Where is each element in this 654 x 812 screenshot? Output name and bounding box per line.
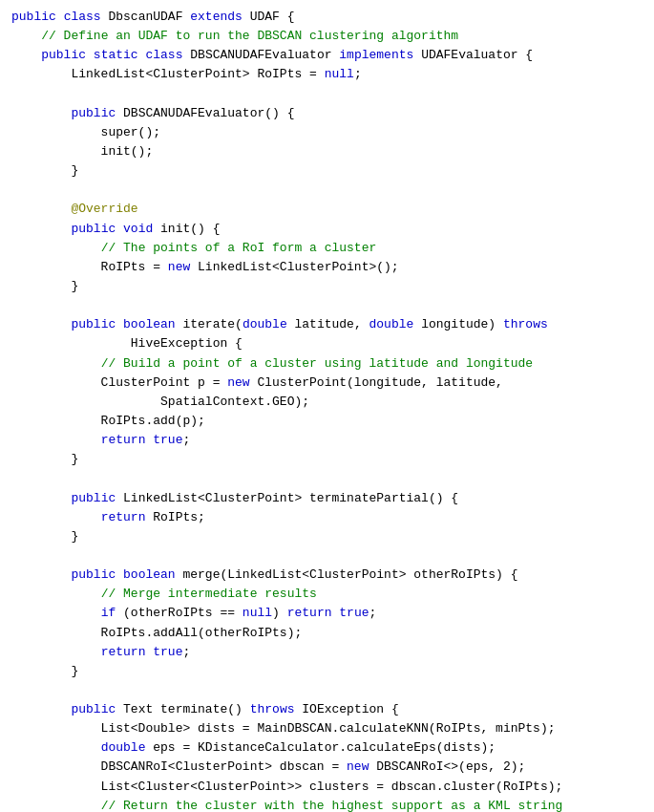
code-token: void [123,222,153,236]
code-token: true [339,606,369,620]
code-token: class [64,10,101,24]
code-line: LinkedList<ClusterPoint> RoIPts = null; [11,65,643,84]
code-token: true [153,433,182,447]
code-token [11,567,71,582]
code-token: LinkedList<ClusterPoint>(); [190,260,398,274]
code-token: RoIPts.add(p); [11,414,205,428]
code-token: @Override [11,202,138,216]
code-line: public DBSCANUDAFEvaluator() { [11,104,643,123]
code-token: return [101,510,146,524]
code-token: public [71,702,116,716]
code-line [11,296,643,315]
code-token: DbscanUDAF [101,10,191,24]
code-line: // Define an UDAF to run the DBSCAN clus… [11,27,643,46]
code-line: return true; [11,643,643,662]
code-token: if [101,606,116,620]
code-token [116,317,123,331]
code-token: ) [272,606,287,620]
code-token: LinkedList<ClusterPoint> terminatePartia… [116,491,458,505]
code-line: public LinkedList<ClusterPoint> terminat… [11,489,643,508]
code-token [11,222,71,236]
code-token: public [71,567,116,582]
code-line: @Override [11,200,643,219]
code-token [11,491,71,505]
code-line: } [11,662,643,681]
code-token: // Define an UDAF to run the DBSCAN clus… [41,29,458,43]
code-line: // Merge intermediate results [11,585,643,604]
code-token: null [325,67,354,81]
code-token: } [11,529,78,544]
code-token [11,587,101,601]
code-line: // The points of a RoI form a cluster [11,239,643,258]
code-token: ; [182,433,190,447]
code-token: double [369,317,414,331]
code-line: } [11,277,643,296]
code-line [11,546,643,566]
code-token: // Merge intermediate results [101,587,317,601]
code-token: ClusterPoint p = [11,375,227,390]
code-token: public [71,317,116,331]
code-line: // Build a point of a cluster using lati… [11,354,643,374]
code-line: public void init() { [11,220,643,239]
code-line: public boolean iterate(double latitude, … [11,315,643,334]
code-token: (otherRoIPts == [116,606,243,620]
code-line: } [11,161,643,181]
code-token: // Build a point of a cluster using lati… [101,356,533,371]
code-token: RoIPts.addAll(otherRoIPts); [11,626,302,640]
code-line: DBSCANRoI<ClusterPoint> dbscan = new DBS… [11,758,643,777]
code-token: DBSCANUDAFEvaluator [182,48,339,62]
code-token: LinkedList<ClusterPoint> RoIPts = [11,67,325,81]
code-token [116,222,123,236]
code-line: super(); [11,123,643,142]
code-token: HiveException { [11,336,243,351]
code-line: List<Cluster<ClusterPoint>> clusters = d… [11,778,643,797]
code-token [86,48,94,62]
code-token: implements [339,48,413,62]
code-line [11,85,643,104]
code-token: // The points of a RoI form a cluster [101,241,377,255]
code-line: return true; [11,431,643,450]
code-token: new [227,375,249,390]
code-token [56,10,64,24]
code-token: Text terminate() [116,702,249,716]
code-line: SpatialContext.GEO); [11,393,643,412]
code-line: RoIPts.add(p); [11,412,643,431]
code-line: public boolean merge(LinkedList<ClusterP… [11,566,643,585]
code-line [11,469,643,488]
code-token [11,241,101,255]
code-token: } [11,163,78,178]
code-token: throws [503,317,548,331]
code-token: List<Cluster<ClusterPoint>> clusters = d… [11,780,562,794]
code-token [11,29,41,43]
code-token: extends [190,10,243,24]
code-token: } [11,664,78,678]
code-token: } [11,452,78,466]
code-token: ; [369,606,377,620]
code-line: return RoIPts; [11,508,643,527]
code-token [11,799,101,812]
code-token: return [101,645,146,659]
code-token [11,48,41,62]
code-token: ; [354,67,362,81]
code-token [11,645,101,659]
code-token: DBSCANRoI<>(eps, 2); [369,759,525,774]
code-token: longitude) [413,317,503,331]
code-token: RoIPts; [145,510,204,524]
code-token: new [347,759,369,774]
code-token: throws [250,702,295,716]
code-token: public [71,222,116,236]
code-token [11,740,101,755]
code-token [11,510,101,524]
code-token: eps = KDistanceCalculator.calculateEps(d… [145,740,496,755]
code-token: List<Double> dists = MainDBSCAN.calculat… [11,721,556,736]
code-line: } [11,450,643,469]
code-token: ; [182,645,190,659]
code-token: public [11,10,56,24]
code-token: double [101,740,146,755]
code-token: iterate( [176,317,243,331]
code-token: new [168,260,190,274]
code-line: List<Double> dists = MainDBSCAN.calculat… [11,719,643,738]
code-token: null [243,606,272,620]
code-block: public class DbscanUDAF extends UDAF { /… [0,0,654,812]
code-line [11,681,643,700]
